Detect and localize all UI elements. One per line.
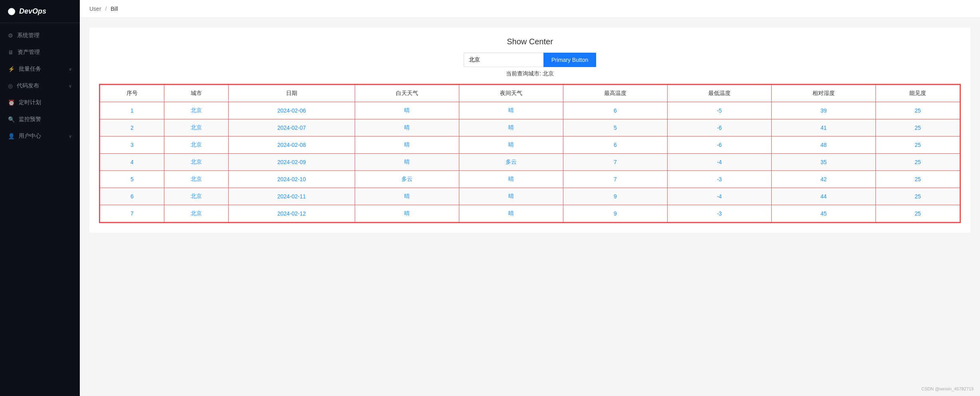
table-cell-6-3: 晴 [355,205,459,222]
sidebar-item-monitor-alert[interactable]: 🔍 监控预警 [0,111,80,128]
table-cell-2-4: 晴 [459,137,563,154]
table-cell-5-7: 44 [771,188,875,205]
sidebar-item-asset-mgmt[interactable]: 🖥 资产管理 [0,44,80,61]
nav-icon-asset-mgmt: 🖥 [8,49,14,55]
sidebar: DevOps ⚙ 系统管理 🖥 资产管理 ⚡ 批量任务 ∨ ◎ 代码发布 ∨ ⏰… [0,0,80,396]
chevron-icon-user-center: ∨ [69,134,72,139]
table-cell-0-5: 6 [563,102,667,119]
table-cell-0-0: 1 [100,102,164,119]
table-cell-6-1: 北京 [164,205,228,222]
table-cell-4-4: 晴 [459,171,563,188]
table-cell-2-5: 6 [563,137,667,154]
table-row: 6北京2024-02-11晴晴9-44425 [100,188,960,205]
table-cell-5-4: 晴 [459,188,563,205]
table-cell-5-2: 2024-02-11 [228,188,355,205]
header: User / Bill [80,0,980,18]
table-cell-4-6: -3 [667,171,771,188]
table-row: 7北京2024-02-12晴晴9-34525 [100,205,960,222]
table-cell-0-8: 25 [875,102,960,119]
table-cell-3-8: 25 [875,154,960,171]
table-row: 4北京2024-02-09晴多云7-43525 [100,154,960,171]
table-cell-0-2: 2024-02-06 [228,102,355,119]
table-cell-1-8: 25 [875,119,960,137]
search-row: Primary Button [99,53,961,67]
table-cell-1-2: 2024-02-07 [228,119,355,137]
table-cell-1-6: -6 [667,119,771,137]
table-cell-5-1: 北京 [164,188,228,205]
sidebar-item-batch-task[interactable]: ⚡ 批量任务 ∨ [0,61,80,77]
nav-label-monitor-alert: 监控预警 [19,116,41,123]
table-cell-5-5: 9 [563,188,667,205]
chevron-icon-code-deploy: ∨ [69,83,72,89]
table-cell-2-0: 3 [100,137,164,154]
sidebar-nav: ⚙ 系统管理 🖥 资产管理 ⚡ 批量任务 ∨ ◎ 代码发布 ∨ ⏰ 定时计划 🔍… [0,23,80,396]
table-cell-2-1: 北京 [164,137,228,154]
nav-item-left: 🖥 资产管理 [8,49,40,56]
chevron-icon-batch-task: ∨ [69,67,72,72]
table-cell-6-5: 9 [563,205,667,222]
table-header-col-5: 最高温度 [563,85,667,102]
table-cell-4-5: 7 [563,171,667,188]
table-cell-6-6: -3 [667,205,771,222]
table-cell-2-2: 2024-02-08 [228,137,355,154]
nav-label-user-center: 用户中心 [19,133,41,140]
table-cell-3-4: 多云 [459,154,563,171]
breadcrumb-parent: User [89,6,101,12]
table-cell-6-7: 45 [771,205,875,222]
table-cell-4-8: 25 [875,171,960,188]
current-city-label: 当前查询城市: 北京 [99,70,961,77]
nav-label-cron-plan: 定时计划 [19,99,41,106]
breadcrumb-current: Bill [111,6,118,12]
table-cell-4-7: 42 [771,171,875,188]
sidebar-item-cron-plan[interactable]: ⏰ 定时计划 [0,94,80,111]
primary-button[interactable]: Primary Button [543,53,597,67]
table-row: 3北京2024-02-08晴晴6-64825 [100,137,960,154]
table-cell-5-6: -4 [667,188,771,205]
table-row: 5北京2024-02-10多云晴7-34225 [100,171,960,188]
sidebar-logo: DevOps [0,0,80,23]
logo-icon [8,8,15,15]
table-cell-1-0: 2 [100,119,164,137]
table-header-col-4: 夜间天气 [459,85,563,102]
table-cell-3-5: 7 [563,154,667,171]
table-header-col-2: 日期 [228,85,355,102]
nav-item-left: 🔍 监控预警 [8,116,41,123]
nav-item-left: ⚡ 批量任务 [8,65,41,73]
table-cell-0-7: 39 [771,102,875,119]
search-input[interactable] [464,53,543,67]
nav-item-left: 👤 用户中心 [8,133,41,140]
table-cell-2-8: 25 [875,137,960,154]
content-area: Show Center Primary Button 当前查询城市: 北京 序号… [80,18,980,396]
nav-icon-monitor-alert: 🔍 [8,116,15,123]
nav-icon-batch-task: ⚡ [8,66,15,72]
main-area: User / Bill Show Center Primary Button 当… [80,0,980,396]
table-row: 1北京2024-02-06晴晴6-53925 [100,102,960,119]
nav-label-system-mgmt: 系统管理 [17,32,40,39]
table-cell-6-0: 7 [100,205,164,222]
table-header-row: 序号城市日期白天天气夜间天气最高温度最低温度相对湿度能见度 [100,85,960,102]
table-cell-2-3: 晴 [355,137,459,154]
table-cell-4-2: 2024-02-10 [228,171,355,188]
table-cell-3-0: 4 [100,154,164,171]
table-cell-1-5: 5 [563,119,667,137]
table-header-col-3: 白天天气 [355,85,459,102]
sidebar-item-code-deploy[interactable]: ◎ 代码发布 ∨ [0,77,80,94]
nav-item-left: ⚙ 系统管理 [8,32,40,39]
sidebar-item-user-center[interactable]: 👤 用户中心 ∨ [0,128,80,145]
table-cell-0-3: 晴 [355,102,459,119]
table-cell-1-7: 41 [771,119,875,137]
table-cell-3-2: 2024-02-09 [228,154,355,171]
table-cell-3-3: 晴 [355,154,459,171]
table-header-col-8: 能见度 [875,85,960,102]
table-cell-0-4: 晴 [459,102,563,119]
table-cell-5-8: 25 [875,188,960,205]
logo-text: DevOps [19,7,46,16]
sidebar-item-system-mgmt[interactable]: ⚙ 系统管理 [0,27,80,44]
show-center-title: Show Center [99,37,961,46]
table-cell-4-0: 5 [100,171,164,188]
nav-icon-user-center: 👤 [8,133,15,139]
nav-icon-cron-plan: ⏰ [8,99,15,106]
table-row: 2北京2024-02-07晴晴5-64125 [100,119,960,137]
nav-label-asset-mgmt: 资产管理 [18,49,40,56]
breadcrumb-separator: / [105,6,107,12]
